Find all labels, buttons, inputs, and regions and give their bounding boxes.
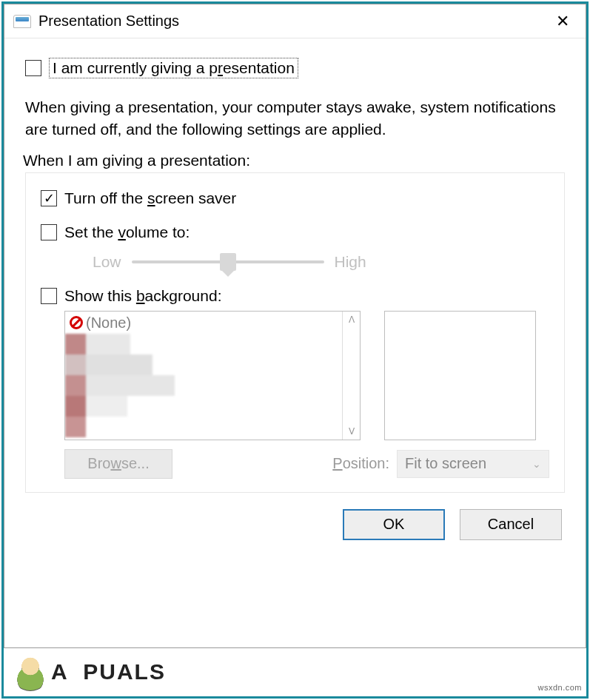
position-select[interactable]: Fit to screen ⌄	[397, 450, 549, 478]
footer-buttons: OK Cancel	[25, 509, 565, 540]
prohibited-icon	[70, 316, 83, 329]
outer-frame: Presentation Settings ✕ I am currently g…	[1, 1, 589, 699]
cancel-button[interactable]: Cancel	[460, 509, 562, 540]
presenting-row: I am currently giving a presentation	[25, 58, 565, 78]
background-area: (None) ᐱ ᐯ	[41, 311, 549, 440]
none-label: (None)	[86, 314, 131, 332]
presenting-label: I am currently giving a presentation	[49, 58, 298, 78]
listbox-inner: (None)	[65, 312, 342, 440]
volume-low-label: Low	[93, 253, 121, 271]
dialog-window: Presentation Settings ✕ I am currently g…	[4, 4, 586, 648]
close-icon: ✕	[556, 12, 569, 31]
close-button[interactable]: ✕	[546, 4, 580, 38]
screensaver-label: Turn off the screen saver	[64, 189, 236, 207]
dialog-content: I am currently giving a presentation Whe…	[4, 38, 586, 552]
volume-high-label: High	[335, 253, 366, 271]
chevron-down-icon: ⌄	[532, 458, 541, 470]
volume-row: Set the volume to:	[41, 223, 549, 241]
background-row: Show this background:	[41, 287, 549, 305]
titlebar-left: Presentation Settings	[13, 13, 179, 30]
watermark: A PUALS	[11, 653, 166, 690]
below-list-row: Browse... Position: Fit to screen ⌄	[41, 449, 549, 479]
settings-group: Turn off the screen saver Set the volume…	[25, 172, 565, 493]
volume-checkbox[interactable]	[41, 224, 57, 240]
listbox-scrollbar[interactable]: ᐱ ᐯ	[342, 312, 360, 440]
browse-button[interactable]: Browse...	[64, 449, 172, 479]
ok-button[interactable]: OK	[343, 509, 445, 540]
volume-label: Set the volume to:	[64, 223, 190, 241]
scroll-up-icon: ᐱ	[349, 314, 355, 325]
titlebar: Presentation Settings ✕	[4, 4, 586, 38]
position-value: Fit to screen	[405, 455, 486, 472]
background-preview	[384, 311, 536, 440]
screensaver-row: Turn off the screen saver	[41, 189, 549, 207]
window-title: Presentation Settings	[38, 13, 179, 30]
redacted-list-items	[65, 334, 198, 437]
mascot-icon	[11, 653, 50, 690]
source-text: wsxdn.com	[537, 683, 582, 692]
brand-text: A PUALS	[51, 659, 166, 684]
list-item[interactable]: (None)	[70, 314, 338, 332]
description-text: When giving a presentation, your compute…	[25, 96, 565, 141]
presenting-checkbox[interactable]	[25, 60, 41, 76]
position-label: Position:	[332, 455, 389, 472]
slider-thumb-icon	[220, 253, 236, 271]
projector-icon	[13, 15, 31, 28]
screensaver-checkbox[interactable]	[41, 190, 57, 206]
background-checkbox[interactable]	[41, 288, 57, 304]
background-listbox[interactable]: (None) ᐱ ᐯ	[64, 311, 361, 440]
section-label: When I am giving a presentation:	[23, 152, 565, 169]
volume-slider-row: Low High	[41, 253, 549, 271]
volume-slider[interactable]	[132, 260, 324, 263]
scroll-down-icon: ᐯ	[349, 426, 355, 437]
background-label: Show this background:	[64, 287, 221, 305]
